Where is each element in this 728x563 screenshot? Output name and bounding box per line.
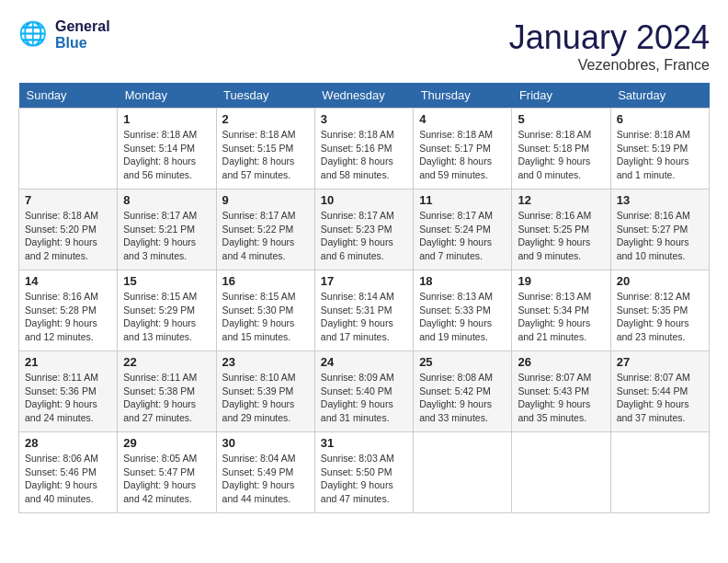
day-number: 24 bbox=[321, 355, 407, 369]
calendar-cell: 18Sunrise: 8:13 AM Sunset: 5:33 PM Dayli… bbox=[414, 270, 512, 351]
day-info: Sunrise: 8:16 AM Sunset: 5:25 PM Dayligh… bbox=[518, 209, 604, 263]
calendar-cell: 22Sunrise: 8:11 AM Sunset: 5:38 PM Dayli… bbox=[118, 351, 216, 432]
calendar-cell bbox=[512, 432, 610, 513]
calendar-cell: 19Sunrise: 8:13 AM Sunset: 5:34 PM Dayli… bbox=[512, 270, 610, 351]
day-number: 14 bbox=[25, 274, 111, 288]
day-number: 10 bbox=[321, 193, 407, 207]
day-info: Sunrise: 8:16 AM Sunset: 5:27 PM Dayligh… bbox=[617, 209, 703, 263]
calendar-cell: 10Sunrise: 8:17 AM Sunset: 5:23 PM Dayli… bbox=[314, 190, 413, 270]
day-number: 31 bbox=[321, 436, 407, 450]
day-info: Sunrise: 8:13 AM Sunset: 5:34 PM Dayligh… bbox=[518, 290, 604, 344]
calendar-cell: 2Sunrise: 8:18 AM Sunset: 5:15 PM Daylig… bbox=[216, 109, 314, 190]
day-number: 20 bbox=[617, 274, 703, 288]
calendar-cell: 14Sunrise: 8:16 AM Sunset: 5:28 PM Dayli… bbox=[19, 270, 118, 351]
day-number: 26 bbox=[518, 355, 604, 369]
calendar-week-row-4: 21Sunrise: 8:11 AM Sunset: 5:36 PM Dayli… bbox=[19, 351, 710, 432]
day-info: Sunrise: 8:11 AM Sunset: 5:38 PM Dayligh… bbox=[123, 371, 210, 425]
day-number: 9 bbox=[222, 193, 309, 207]
calendar-table: Sunday Monday Tuesday Wednesday Thursday… bbox=[18, 83, 710, 513]
day-number: 6 bbox=[617, 112, 703, 126]
calendar-cell: 7Sunrise: 8:18 AM Sunset: 5:20 PM Daylig… bbox=[19, 190, 118, 270]
day-number: 13 bbox=[617, 193, 703, 207]
day-info: Sunrise: 8:18 AM Sunset: 5:14 PM Dayligh… bbox=[123, 128, 210, 182]
day-info: Sunrise: 8:11 AM Sunset: 5:36 PM Dayligh… bbox=[25, 371, 111, 425]
calendar-cell: 29Sunrise: 8:05 AM Sunset: 5:47 PM Dayli… bbox=[118, 432, 216, 513]
calendar-cell: 15Sunrise: 8:15 AM Sunset: 5:29 PM Dayli… bbox=[118, 270, 216, 351]
day-info: Sunrise: 8:18 AM Sunset: 5:17 PM Dayligh… bbox=[419, 128, 506, 182]
day-info: Sunrise: 8:08 AM Sunset: 5:42 PM Dayligh… bbox=[419, 371, 506, 425]
calendar-cell: 3Sunrise: 8:18 AM Sunset: 5:16 PM Daylig… bbox=[314, 109, 413, 190]
day-number: 1 bbox=[123, 112, 210, 126]
day-info: Sunrise: 8:15 AM Sunset: 5:29 PM Dayligh… bbox=[123, 290, 210, 344]
day-info: Sunrise: 8:17 AM Sunset: 5:24 PM Dayligh… bbox=[419, 209, 506, 263]
calendar-cell: 16Sunrise: 8:15 AM Sunset: 5:30 PM Dayli… bbox=[216, 270, 314, 351]
day-number: 29 bbox=[123, 436, 210, 450]
day-info: Sunrise: 8:12 AM Sunset: 5:35 PM Dayligh… bbox=[617, 290, 703, 344]
calendar-cell bbox=[414, 432, 512, 513]
logo: 🌐 General Blue bbox=[18, 18, 110, 52]
day-number: 18 bbox=[419, 274, 506, 288]
day-number: 5 bbox=[518, 112, 604, 126]
day-info: Sunrise: 8:18 AM Sunset: 5:16 PM Dayligh… bbox=[321, 128, 407, 182]
day-info: Sunrise: 8:16 AM Sunset: 5:28 PM Dayligh… bbox=[25, 290, 111, 344]
calendar-cell: 4Sunrise: 8:18 AM Sunset: 5:17 PM Daylig… bbox=[414, 109, 512, 190]
calendar-cell: 26Sunrise: 8:07 AM Sunset: 5:43 PM Dayli… bbox=[512, 351, 610, 432]
day-number: 12 bbox=[518, 193, 604, 207]
header-tuesday: Tuesday bbox=[216, 83, 314, 109]
day-number: 11 bbox=[419, 193, 506, 207]
calendar-cell: 11Sunrise: 8:17 AM Sunset: 5:24 PM Dayli… bbox=[414, 190, 512, 270]
day-number: 28 bbox=[25, 436, 111, 450]
calendar-cell: 1Sunrise: 8:18 AM Sunset: 5:14 PM Daylig… bbox=[118, 109, 216, 190]
day-number: 21 bbox=[25, 355, 111, 369]
logo-general-text: General bbox=[55, 18, 110, 35]
day-info: Sunrise: 8:09 AM Sunset: 5:40 PM Dayligh… bbox=[321, 371, 407, 425]
calendar-cell: 6Sunrise: 8:18 AM Sunset: 5:19 PM Daylig… bbox=[610, 109, 709, 190]
day-info: Sunrise: 8:18 AM Sunset: 5:15 PM Dayligh… bbox=[222, 128, 309, 182]
header-friday: Friday bbox=[512, 83, 610, 109]
month-title: January 2024 bbox=[509, 18, 710, 57]
day-info: Sunrise: 8:15 AM Sunset: 5:30 PM Dayligh… bbox=[222, 290, 309, 344]
calendar-cell: 24Sunrise: 8:09 AM Sunset: 5:40 PM Dayli… bbox=[314, 351, 413, 432]
header: 🌐 General Blue January 2024 Vezenobres, … bbox=[18, 18, 710, 74]
day-info: Sunrise: 8:18 AM Sunset: 5:18 PM Dayligh… bbox=[518, 128, 604, 182]
day-info: Sunrise: 8:17 AM Sunset: 5:23 PM Dayligh… bbox=[321, 209, 407, 263]
header-saturday: Saturday bbox=[610, 83, 709, 109]
calendar-week-row-3: 14Sunrise: 8:16 AM Sunset: 5:28 PM Dayli… bbox=[19, 270, 710, 351]
day-number: 3 bbox=[321, 112, 407, 126]
header-thursday: Thursday bbox=[414, 83, 512, 109]
day-info: Sunrise: 8:06 AM Sunset: 5:46 PM Dayligh… bbox=[25, 452, 111, 506]
day-info: Sunrise: 8:17 AM Sunset: 5:22 PM Dayligh… bbox=[222, 209, 309, 263]
calendar-cell bbox=[19, 109, 118, 190]
day-info: Sunrise: 8:17 AM Sunset: 5:21 PM Dayligh… bbox=[123, 209, 210, 263]
calendar-cell: 17Sunrise: 8:14 AM Sunset: 5:31 PM Dayli… bbox=[314, 270, 413, 351]
day-info: Sunrise: 8:18 AM Sunset: 5:19 PM Dayligh… bbox=[617, 128, 703, 182]
calendar-cell: 13Sunrise: 8:16 AM Sunset: 5:27 PM Dayli… bbox=[610, 190, 709, 270]
day-number: 7 bbox=[25, 193, 111, 207]
day-info: Sunrise: 8:10 AM Sunset: 5:39 PM Dayligh… bbox=[222, 371, 309, 425]
day-info: Sunrise: 8:07 AM Sunset: 5:44 PM Dayligh… bbox=[617, 371, 703, 425]
day-number: 15 bbox=[123, 274, 210, 288]
day-info: Sunrise: 8:07 AM Sunset: 5:43 PM Dayligh… bbox=[518, 371, 604, 425]
day-number: 8 bbox=[123, 193, 210, 207]
weekday-header-row: Sunday Monday Tuesday Wednesday Thursday… bbox=[19, 83, 710, 109]
header-wednesday: Wednesday bbox=[314, 83, 413, 109]
day-number: 17 bbox=[321, 274, 407, 288]
logo-label: General Blue bbox=[55, 18, 110, 51]
day-info: Sunrise: 8:05 AM Sunset: 5:47 PM Dayligh… bbox=[123, 452, 210, 506]
calendar-cell: 25Sunrise: 8:08 AM Sunset: 5:42 PM Dayli… bbox=[414, 351, 512, 432]
day-number: 27 bbox=[617, 355, 703, 369]
day-number: 16 bbox=[222, 274, 309, 288]
day-info: Sunrise: 8:03 AM Sunset: 5:50 PM Dayligh… bbox=[321, 452, 407, 506]
calendar-week-row-1: 1Sunrise: 8:18 AM Sunset: 5:14 PM Daylig… bbox=[19, 109, 710, 190]
calendar-week-row-5: 28Sunrise: 8:06 AM Sunset: 5:46 PM Dayli… bbox=[19, 432, 710, 513]
calendar-week-row-2: 7Sunrise: 8:18 AM Sunset: 5:20 PM Daylig… bbox=[19, 190, 710, 270]
calendar-cell: 27Sunrise: 8:07 AM Sunset: 5:44 PM Dayli… bbox=[610, 351, 709, 432]
location-title: Vezenobres, France bbox=[509, 57, 710, 74]
page-container: 🌐 General Blue January 2024 Vezenobres, … bbox=[18, 18, 710, 513]
day-number: 2 bbox=[222, 112, 309, 126]
logo-icon: 🌐 bbox=[18, 18, 51, 52]
calendar-cell: 8Sunrise: 8:17 AM Sunset: 5:21 PM Daylig… bbox=[118, 190, 216, 270]
day-info: Sunrise: 8:04 AM Sunset: 5:49 PM Dayligh… bbox=[222, 452, 309, 506]
logo-blue-text: Blue bbox=[55, 35, 110, 52]
day-number: 23 bbox=[222, 355, 309, 369]
